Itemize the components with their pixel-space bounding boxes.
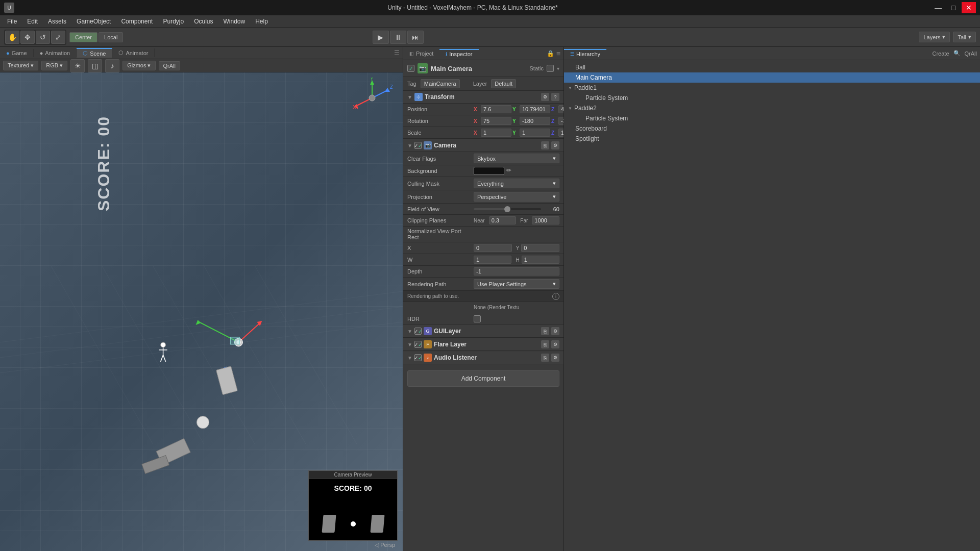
pause-button[interactable]: ⏸ (390, 31, 406, 44)
camera-scene-icon[interactable]: ◫ (88, 59, 102, 72)
scale-x-input[interactable] (481, 129, 511, 137)
guilayer-header[interactable]: ▼ ✓ G GUILayer ⎘ ⚙ (403, 325, 564, 338)
hand-tool-button[interactable]: ✋ (5, 31, 19, 44)
hierarchy-item-paddle2[interactable]: ▼ Paddle2 (564, 103, 980, 113)
layout-dropdown[interactable]: Tall ▾ (953, 32, 976, 42)
tab-scene[interactable]: ⬡ Scene (77, 48, 112, 58)
hierarchy-item-particle1[interactable]: Particle System (564, 93, 980, 103)
perspective-label[interactable]: ◁ Persp (375, 542, 395, 548)
maximize-button[interactable]: □ (946, 2, 961, 13)
panel-close-icon[interactable]: ☰ (391, 48, 403, 58)
tab-animator[interactable]: ⬡ Animator (112, 48, 155, 57)
tab-game[interactable]: ● Game (0, 49, 34, 57)
layer-dropdown[interactable]: Default (491, 79, 516, 88)
rot-y-input[interactable] (520, 117, 550, 125)
hierarchy-search-icon[interactable]: 🔍 (953, 50, 961, 57)
viewport-x-input[interactable] (474, 244, 512, 252)
near-input[interactable] (489, 216, 517, 224)
hierarchy-item-spotlight[interactable]: Spotlight (564, 134, 980, 144)
far-input[interactable] (532, 216, 559, 224)
static-checkbox[interactable] (547, 65, 554, 72)
hdr-checkbox[interactable] (474, 315, 481, 322)
lock-icon[interactable]: 🔒 (547, 50, 554, 57)
guilayer-copy-icon[interactable]: ⎘ (541, 327, 549, 335)
camera-header[interactable]: ▼ ✓ 📷 Camera ⎘ ⚙ (403, 139, 564, 152)
sun-icon[interactable]: ☀ (70, 59, 85, 72)
minimize-button[interactable]: — (931, 2, 945, 13)
menu-file[interactable]: File (2, 17, 22, 26)
local-button[interactable]: Local (99, 32, 123, 42)
audiolistener-gear-icon[interactable]: ⚙ (551, 354, 559, 362)
layers-dropdown[interactable]: Layers ▾ (919, 32, 950, 42)
tab-animation[interactable]: ● Animation (34, 49, 77, 57)
hierarchy-item-ball[interactable]: Ball (564, 62, 980, 72)
search-all[interactable]: QrAll (159, 61, 180, 70)
rendering-path-info-icon[interactable]: i (552, 293, 559, 300)
close-button[interactable]: ✕ (962, 2, 976, 13)
fov-slider-track[interactable] (474, 208, 541, 210)
audiolistener-header[interactable]: ▼ ✓ ♪ Audio Listener ⎘ ⚙ (403, 352, 564, 364)
background-color-swatch[interactable] (474, 167, 504, 175)
hierarchy-qrall-label[interactable]: QrAll (965, 51, 977, 57)
scale-tool-button[interactable]: ⤢ (51, 31, 65, 44)
pos-z-input[interactable] (558, 105, 564, 113)
pos-x-input[interactable] (481, 105, 511, 113)
hierarchy-item-main-camera[interactable]: Main Camera (564, 72, 980, 83)
menu-help[interactable]: Help (250, 17, 273, 26)
fov-slider-thumb[interactable] (504, 206, 510, 212)
tab-project[interactable]: ◧ Project (403, 49, 439, 58)
rgb-dropdown[interactable]: RGB ▾ (41, 61, 67, 70)
rendering-path-dropdown[interactable]: Use Player Settings▾ (474, 279, 559, 289)
clear-flags-dropdown[interactable]: Skybox▾ (474, 154, 559, 163)
flarelayer-header[interactable]: ▼ ✓ F Flare Layer ⎘ ⚙ (403, 338, 564, 351)
color-edit-icon[interactable]: ✏ (506, 167, 514, 175)
menu-window[interactable]: Window (218, 17, 251, 26)
hierarchy-item-paddle1[interactable]: ▼ Paddle1 (564, 83, 980, 93)
tab-inspector[interactable]: ℹ Inspector (439, 49, 478, 58)
scale-y-input[interactable] (520, 129, 550, 137)
audio-icon[interactable]: ♪ (105, 59, 119, 72)
audiolistener-copy-icon[interactable]: ⎘ (541, 354, 549, 362)
camera-gear-icon[interactable]: ⚙ (551, 141, 559, 149)
object-name[interactable]: Main Camera (431, 65, 526, 72)
menu-component[interactable]: Component (116, 17, 158, 26)
guilayer-gear-icon[interactable]: ⚙ (551, 327, 559, 335)
play-button[interactable]: ▶ (373, 31, 389, 44)
menu-assets[interactable]: Assets (43, 17, 71, 26)
add-component-button[interactable]: Add Component (407, 370, 559, 387)
flarelayer-gear-icon[interactable]: ⚙ (551, 340, 559, 348)
rot-x-input[interactable] (481, 117, 511, 125)
camera-settings-icon[interactable]: ⎘ (541, 141, 549, 149)
camera-enabled-checkbox[interactable]: ✓ (414, 142, 422, 149)
flarelayer-copy-icon[interactable]: ⎘ (541, 340, 549, 348)
textured-dropdown[interactable]: Textured ▾ (3, 61, 38, 70)
hierarchy-create-label[interactable]: Create (933, 51, 949, 57)
viewport-w-input[interactable] (474, 256, 511, 264)
center-button[interactable]: Center (69, 32, 97, 42)
flarelayer-enabled-checkbox[interactable]: ✓ (414, 341, 422, 348)
transform-header[interactable]: ▼ ⊹ Transform ⚙ ? (403, 91, 564, 104)
step-button[interactable]: ⏭ (407, 31, 424, 44)
audiolistener-enabled-checkbox[interactable]: ✓ (414, 354, 422, 361)
rot-z-input[interactable] (558, 117, 564, 125)
rotate-tool-button[interactable]: ↺ (36, 31, 50, 44)
tab-hierarchy[interactable]: ☰ Hierarchy (564, 49, 606, 58)
menu-edit[interactable]: Edit (22, 17, 43, 26)
pos-y-input[interactable] (520, 105, 550, 113)
object-enabled-checkbox[interactable] (407, 65, 414, 72)
projection-dropdown[interactable]: Perspective▾ (474, 192, 559, 202)
menu-gameobject[interactable]: GameObject (71, 17, 116, 26)
scene-axis-gizmo[interactable]: Z Y X (352, 78, 393, 118)
depth-input[interactable] (474, 267, 559, 276)
culling-mask-dropdown[interactable]: Everything▾ (474, 179, 559, 188)
transform-info-icon[interactable]: ? (551, 93, 559, 101)
viewport-y-input[interactable] (521, 244, 559, 252)
move-tool-button[interactable]: ✥ (20, 31, 35, 44)
hierarchy-item-particle2[interactable]: Particle System (564, 113, 980, 123)
transform-settings-icon[interactable]: ⚙ (541, 93, 549, 101)
more-icon[interactable]: ≡ (556, 49, 560, 58)
guilayer-enabled-checkbox[interactable]: ✓ (414, 328, 422, 335)
viewport-h-input[interactable] (522, 256, 559, 264)
scale-z-input[interactable] (558, 129, 564, 137)
menu-purdyjo[interactable]: Purdyjo (158, 17, 189, 26)
